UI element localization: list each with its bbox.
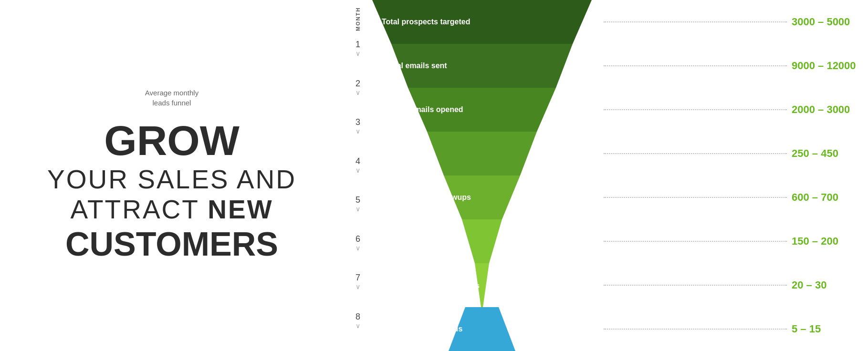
month-item-2: 2 ∨	[356, 79, 360, 118]
data-row-4: 600 – 700	[592, 176, 868, 219]
chevron-7: ∨	[356, 283, 360, 290]
range-5: 150 – 200	[792, 235, 868, 248]
funnel-label-2: Total emails opened	[390, 105, 463, 114]
month-item-4: 4 ∨	[356, 157, 360, 196]
range-3: 250 – 450	[792, 147, 868, 160]
range-2: 2000 – 3000	[792, 103, 868, 116]
headline: GROW YOUR SALES AND ATTRACT NEW CUSTOMER…	[47, 116, 296, 263]
data-row-6: 20 – 30	[592, 263, 868, 307]
month-number-7: 7	[356, 273, 360, 282]
headline-line2: YOUR SALES AND	[47, 165, 296, 195]
funnel-label-5: Total responses	[407, 237, 465, 246]
headline-line3: ATTRACT NEW	[47, 195, 296, 225]
left-panel: Average monthly leads funnel GROW YOUR S…	[0, 0, 344, 351]
month-header: MONTH	[355, 0, 361, 38]
data-row-3: 250 – 450	[592, 132, 868, 176]
range-6: 20 – 30	[792, 279, 868, 291]
month-number-8: 8	[356, 312, 360, 321]
funnel-label-row-2: Total emails opened	[372, 88, 592, 132]
funnel-labels-overlay: Total prospects targeted Total emails se…	[372, 0, 592, 351]
month-axis: MONTH 1 ∨ 2 ∨ 3 ∨ 4 ∨ 5 ∨ 6 ∨ 7 ∨ 8 ∨	[344, 0, 372, 351]
chevron-1: ∨	[356, 50, 360, 57]
chevron-3: ∨	[356, 127, 360, 135]
data-row-1: 9000 – 12000	[592, 44, 868, 88]
data-values: 3000 – 5000 9000 – 12000 2000 – 3000 250…	[592, 0, 868, 351]
funnel-label-row-4: LinkedIn followups	[372, 176, 592, 219]
month-item-5: 5 ∨	[356, 196, 360, 235]
data-row-0: 3000 – 5000	[592, 0, 868, 44]
funnel-label-6: Total qualified leads	[411, 281, 480, 289]
funnel-label-row-0: Total prospects targeted	[372, 0, 592, 44]
range-4: 600 – 700	[792, 191, 868, 204]
month-item-1: 1 ∨	[356, 40, 360, 79]
funnel-label-7: Total flipped leads	[396, 325, 462, 333]
month-number-5: 5	[356, 196, 360, 204]
data-row-7: 5 – 15	[592, 307, 868, 351]
chevron-4: ∨	[356, 166, 360, 174]
chevron-6: ∨	[356, 244, 360, 252]
chevron-2: ∨	[356, 89, 360, 96]
funnel-label-row-3: Total calls	[372, 132, 592, 176]
headline-new: NEW	[208, 195, 273, 224]
chevron-8: ∨	[356, 322, 360, 330]
funnel-container: Total prospects targeted Total emails se…	[372, 0, 868, 351]
month-item-3: 3 ∨	[356, 118, 360, 157]
month-item-7: 7 ∨	[356, 273, 360, 312]
headline-attract: ATTRACT	[70, 195, 208, 224]
funnel-label-row-6: Total qualified leads	[372, 263, 592, 307]
month-item-6: 6 ∨	[356, 235, 360, 274]
month-number-3: 3	[356, 118, 360, 126]
funnel-label-row-7: Total flipped leads	[372, 307, 592, 351]
headline-grow: GROW	[47, 116, 296, 165]
month-number-2: 2	[356, 79, 360, 88]
data-row-2: 2000 – 3000	[592, 88, 868, 132]
month-number-4: 4	[356, 157, 360, 165]
chevron-5: ∨	[356, 205, 360, 213]
funnel-label-row-1: Total emails sent	[372, 44, 592, 88]
funnel-label-row-5: Total responses	[372, 219, 592, 263]
funnel-label-0: Total prospects targeted	[382, 18, 471, 26]
headline-customers: CUSTOMERS	[47, 225, 296, 264]
month-item-8: 8 ∨	[356, 312, 360, 351]
month-number-6: 6	[356, 235, 360, 243]
funnel-label-4: LinkedIn followups	[402, 193, 471, 202]
subtitle: Average monthly leads funnel	[145, 88, 199, 108]
range-1: 9000 – 12000	[792, 60, 868, 72]
range-0: 3000 – 5000	[792, 16, 868, 28]
month-number-1: 1	[356, 40, 360, 49]
funnel-label-1: Total emails sent	[386, 62, 447, 70]
funnel-data-area: Total prospects targeted Total emails se…	[372, 0, 868, 351]
data-row-5: 150 – 200	[592, 219, 868, 263]
funnel-label-3: Total calls	[396, 149, 433, 158]
range-7: 5 – 15	[792, 323, 868, 335]
